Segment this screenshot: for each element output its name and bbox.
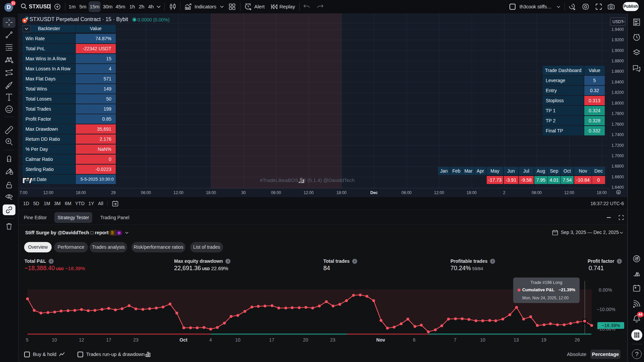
svg-text:10: 10 (480, 337, 485, 343)
svg-text:17: 17 (106, 337, 111, 343)
svg-text:10: 10 (235, 337, 240, 343)
svg-text:12: 12 (79, 337, 84, 343)
svg-text:Nov: Nov (376, 337, 385, 343)
svg-text:23: 23 (133, 337, 139, 343)
svg-text:Oct: Oct (179, 337, 187, 343)
svg-text:23: 23 (330, 337, 335, 343)
svg-text:5: 5 (26, 337, 29, 343)
svg-text:17: 17 (269, 337, 274, 343)
svg-text:7: 7 (454, 337, 457, 343)
svg-text:20: 20 (303, 337, 308, 343)
svg-text:6: 6 (413, 337, 416, 343)
svg-text:10: 10 (52, 337, 57, 343)
svg-text:26: 26 (575, 337, 580, 343)
svg-text:4: 4 (209, 337, 212, 343)
svg-text:19: 19 (541, 337, 546, 343)
svg-text:13: 13 (514, 337, 519, 343)
